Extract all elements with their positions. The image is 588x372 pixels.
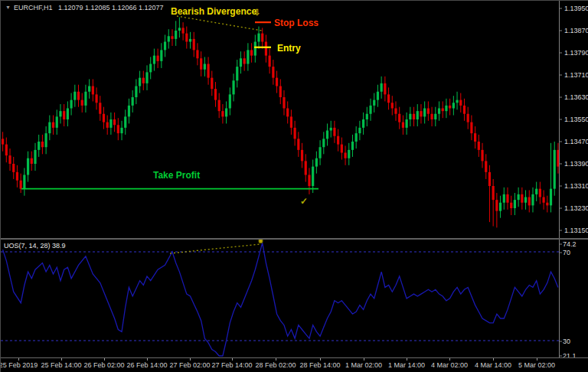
time-axis-label: 26 Feb 02:00	[83, 361, 124, 369]
indicator-svg[interactable]: 74.2703021.1	[1, 240, 588, 357]
stop-loss-label[interactable]: Stop Loss	[274, 18, 318, 28]
candle-body	[52, 122, 54, 128]
time-axis-tick	[147, 358, 148, 361]
candle-body	[488, 172, 491, 186]
quote-line[interactable]: ▼EURCHF,H1 1.12079 1.12085 1.12066 1.120…	[5, 4, 164, 11]
indicator-axis-label: 74.2	[563, 240, 577, 248]
candle-body	[74, 92, 76, 100]
candle-body	[250, 50, 253, 55]
candle-body	[445, 106, 447, 111]
candle-body	[528, 197, 531, 206]
time-axis-label: 26 Feb 14:00	[126, 361, 167, 369]
candle-body	[463, 106, 466, 114]
candle-body	[510, 203, 512, 208]
candle-body	[398, 114, 400, 122]
candle-body	[474, 133, 476, 142]
candle-body	[117, 125, 119, 133]
indicator-divergence-line[interactable]	[170, 244, 261, 253]
candle-body	[124, 116, 126, 128]
indicator-name-label: UOS(7, 14, 28) 38.9	[4, 242, 66, 250]
candle-body	[229, 94, 231, 108]
candle-body	[391, 103, 394, 108]
time-axis-label: 28 Feb 02:00	[255, 361, 296, 369]
candle-body	[305, 161, 307, 175]
price-axis-label: 1.13150	[564, 227, 588, 234]
candle-body	[276, 78, 278, 86]
candle-body	[92, 86, 94, 95]
candle-body	[109, 119, 112, 128]
price-axis[interactable]: 1.139501.138701.137901.137101.136301.135…	[559, 1, 588, 238]
candle-body	[478, 142, 480, 150]
time-axis-tick	[18, 358, 19, 361]
indicator-axis[interactable]: 74.2703021.1	[559, 240, 577, 357]
candle-body	[269, 56, 271, 67]
candle-body	[413, 114, 415, 119]
time-axis-label: 1 Mar 02:00	[345, 361, 382, 369]
candle-body	[160, 50, 162, 61]
time-axis-tick	[407, 358, 407, 361]
candle-body	[283, 97, 285, 109]
candle-body	[8, 155, 11, 164]
candle-body	[543, 197, 545, 203]
candle-body	[351, 142, 354, 150]
candle-body	[67, 109, 69, 120]
candle-body	[355, 133, 358, 142]
candle-body	[554, 150, 556, 189]
indicator-marker-icon[interactable]	[259, 240, 263, 243]
candle-body	[420, 111, 422, 116]
entry-label[interactable]: Entry	[277, 43, 301, 54]
candle-body	[175, 31, 177, 39]
candle-body	[236, 67, 238, 80]
candle-body	[387, 94, 390, 103]
candle-body	[84, 92, 87, 106]
time-axis-label: 27 Feb 02:00	[169, 361, 210, 369]
candle-body	[318, 147, 321, 158]
time-axis-label: 5 Mar 02:00	[518, 361, 555, 369]
time-axis-label: 27 Feb 14:00	[211, 361, 252, 369]
candle-body	[257, 34, 260, 42]
symbol-dropdown-icon[interactable]: ▼	[5, 5, 11, 10]
price-axis-label: 1.13790	[564, 49, 588, 57]
candle-body	[312, 167, 314, 186]
candle-body	[272, 67, 274, 78]
candle-body	[524, 197, 527, 203]
candle-body	[204, 64, 206, 70]
candle-body	[427, 109, 430, 114]
candle-body	[70, 100, 72, 109]
candle-body	[322, 139, 325, 147]
price-chart-pane[interactable]: 1.139501.138701.137901.137101.136301.135…	[1, 1, 588, 238]
chart-window: ▼EURCHF,H1 1.12079 1.12085 1.12066 1.120…	[0, 0, 588, 372]
candle-body	[207, 64, 209, 78]
candle-body	[470, 122, 472, 134]
price-divergence-line[interactable]	[177, 16, 262, 31]
candle-body	[168, 36, 170, 41]
candle-body	[381, 83, 383, 92]
candle-body	[95, 94, 97, 103]
candle-body	[499, 203, 501, 211]
candle-body	[45, 133, 47, 147]
candle-body	[2, 139, 4, 144]
candle-body	[337, 136, 339, 145]
time-axis-tick	[493, 358, 494, 361]
candle-body	[261, 34, 263, 42]
candle-body	[193, 39, 195, 51]
candle-body	[521, 194, 523, 203]
take-profit-label[interactable]: Take Profit	[153, 170, 200, 181]
candle-body	[254, 42, 256, 56]
candle-body	[128, 106, 130, 117]
candle-body	[149, 64, 152, 73]
time-axis[interactable]: 25 Feb 201925 Feb 14:0026 Feb 02:0026 Fe…	[1, 358, 588, 372]
indicator-pane[interactable]: 74.2703021.1	[1, 240, 588, 357]
candle-body	[153, 56, 155, 64]
candle-body	[394, 109, 397, 114]
candle-body	[88, 86, 90, 92]
candle-body	[214, 89, 217, 100]
price-axis-label: 1.13310	[564, 182, 588, 190]
bearish-divergence-label[interactable]: Bearish Divergence	[171, 6, 256, 17]
candle-body	[23, 175, 25, 189]
price-axis-label: 1.13630	[564, 93, 588, 101]
candle-body	[41, 142, 44, 147]
price-chart-svg[interactable]: 1.139501.138701.137901.137101.136301.135…	[1, 1, 588, 238]
indicator-axis-label: 70	[563, 249, 570, 256]
candle-body	[550, 189, 552, 206]
